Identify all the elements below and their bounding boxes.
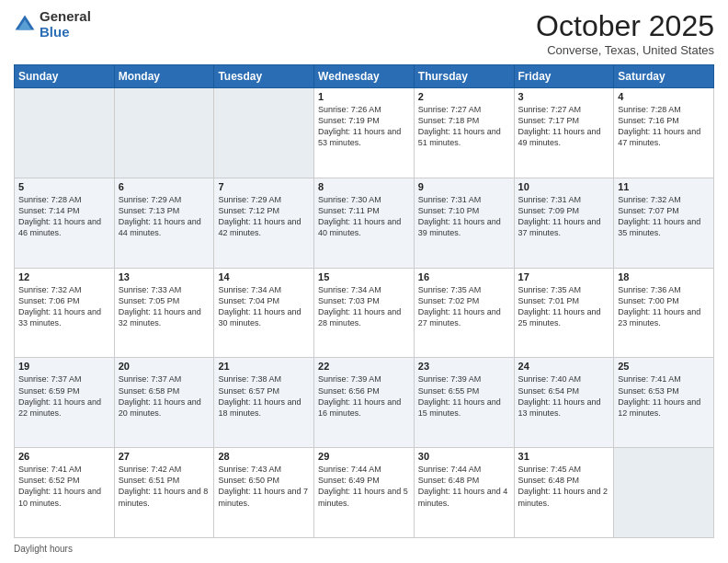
footer: Daylight hours <box>14 544 714 554</box>
calendar-cell: 2Sunrise: 7:27 AM Sunset: 7:18 PM Daylig… <box>414 88 514 178</box>
day-number: 15 <box>318 271 410 282</box>
day-info: Sunrise: 7:44 AM Sunset: 6:48 PM Dayligh… <box>418 464 510 509</box>
calendar-cell: 30Sunrise: 7:44 AM Sunset: 6:48 PM Dayli… <box>414 448 514 538</box>
calendar-cell: 14Sunrise: 7:34 AM Sunset: 7:04 PM Dayli… <box>214 268 314 358</box>
calendar-header: SundayMondayTuesdayWednesdayThursdayFrid… <box>15 65 714 88</box>
calendar-cell: 17Sunrise: 7:35 AM Sunset: 7:01 PM Dayli… <box>514 268 614 358</box>
day-number: 29 <box>318 451 410 462</box>
day-number: 4 <box>618 91 710 102</box>
day-number: 23 <box>418 361 510 372</box>
day-info: Sunrise: 7:44 AM Sunset: 6:49 PM Dayligh… <box>318 464 410 509</box>
day-info: Sunrise: 7:32 AM Sunset: 7:06 PM Dayligh… <box>18 284 110 329</box>
day-number: 14 <box>218 271 310 282</box>
calendar-cell: 23Sunrise: 7:39 AM Sunset: 6:55 PM Dayli… <box>414 358 514 448</box>
calendar-cell: 3Sunrise: 7:27 AM Sunset: 7:17 PM Daylig… <box>514 88 614 178</box>
col-header-wednesday: Wednesday <box>314 65 415 88</box>
calendar-cell <box>614 448 714 538</box>
calendar-cell: 25Sunrise: 7:41 AM Sunset: 6:53 PM Dayli… <box>614 358 714 448</box>
day-info: Sunrise: 7:41 AM Sunset: 6:52 PM Dayligh… <box>18 464 110 509</box>
week-row-5: 26Sunrise: 7:41 AM Sunset: 6:52 PM Dayli… <box>15 448 714 538</box>
day-info: Sunrise: 7:42 AM Sunset: 6:51 PM Dayligh… <box>119 464 210 509</box>
day-number: 30 <box>418 451 510 462</box>
day-info: Sunrise: 7:35 AM Sunset: 7:02 PM Dayligh… <box>418 284 510 329</box>
day-info: Sunrise: 7:26 AM Sunset: 7:19 PM Dayligh… <box>318 104 410 149</box>
week-row-3: 12Sunrise: 7:32 AM Sunset: 7:06 PM Dayli… <box>15 268 714 358</box>
day-number: 21 <box>218 361 310 372</box>
day-info: Sunrise: 7:39 AM Sunset: 6:55 PM Dayligh… <box>418 373 510 419</box>
day-info: Sunrise: 7:34 AM Sunset: 7:04 PM Dayligh… <box>218 284 310 329</box>
day-info: Sunrise: 7:43 AM Sunset: 6:50 PM Dayligh… <box>218 464 310 509</box>
day-number: 16 <box>418 271 510 282</box>
day-number: 18 <box>618 271 710 282</box>
day-info: Sunrise: 7:39 AM Sunset: 6:56 PM Dayligh… <box>318 373 410 419</box>
day-info: Sunrise: 7:34 AM Sunset: 7:03 PM Dayligh… <box>318 284 410 329</box>
day-number: 17 <box>518 271 610 282</box>
day-number: 26 <box>18 451 110 462</box>
calendar-cell: 1Sunrise: 7:26 AM Sunset: 7:19 PM Daylig… <box>314 88 415 178</box>
week-row-1: 1Sunrise: 7:26 AM Sunset: 7:19 PM Daylig… <box>15 88 714 178</box>
day-number: 11 <box>618 181 710 192</box>
calendar-cell: 22Sunrise: 7:39 AM Sunset: 6:56 PM Dayli… <box>314 358 415 448</box>
calendar-cell: 7Sunrise: 7:29 AM Sunset: 7:12 PM Daylig… <box>214 178 314 268</box>
calendar-cell: 12Sunrise: 7:32 AM Sunset: 7:06 PM Dayli… <box>15 268 115 358</box>
calendar-cell: 26Sunrise: 7:41 AM Sunset: 6:52 PM Dayli… <box>15 448 115 538</box>
week-row-4: 19Sunrise: 7:37 AM Sunset: 6:59 PM Dayli… <box>15 358 714 448</box>
day-number: 5 <box>18 181 110 192</box>
day-number: 8 <box>318 181 410 192</box>
calendar-cell: 18Sunrise: 7:36 AM Sunset: 7:00 PM Dayli… <box>614 268 714 358</box>
calendar-cell: 19Sunrise: 7:37 AM Sunset: 6:59 PM Dayli… <box>15 358 115 448</box>
calendar-cell: 5Sunrise: 7:28 AM Sunset: 7:14 PM Daylig… <box>15 178 115 268</box>
day-number: 13 <box>119 271 210 282</box>
location: Converse, Texas, United States <box>536 43 714 57</box>
calendar-table: SundayMondayTuesdayWednesdayThursdayFrid… <box>14 64 714 538</box>
day-info: Sunrise: 7:28 AM Sunset: 7:16 PM Dayligh… <box>618 104 710 149</box>
calendar-cell: 6Sunrise: 7:29 AM Sunset: 7:13 PM Daylig… <box>114 178 214 268</box>
month-title: October 2025 <box>536 9 714 43</box>
calendar-cell <box>214 88 314 178</box>
calendar-cell: 28Sunrise: 7:43 AM Sunset: 6:50 PM Dayli… <box>214 448 314 538</box>
day-number: 6 <box>119 181 210 192</box>
day-number: 20 <box>119 361 210 372</box>
day-info: Sunrise: 7:36 AM Sunset: 7:00 PM Dayligh… <box>618 284 710 329</box>
daylight-label: Daylight hours <box>14 544 73 554</box>
day-info: Sunrise: 7:37 AM Sunset: 6:58 PM Dayligh… <box>119 373 210 419</box>
day-info: Sunrise: 7:29 AM Sunset: 7:12 PM Dayligh… <box>218 194 310 239</box>
logo-text: General Blue <box>40 9 91 40</box>
col-header-thursday: Thursday <box>414 65 514 88</box>
day-number: 24 <box>518 361 610 372</box>
day-info: Sunrise: 7:45 AM Sunset: 6:48 PM Dayligh… <box>518 464 610 509</box>
calendar-cell: 13Sunrise: 7:33 AM Sunset: 7:05 PM Dayli… <box>114 268 214 358</box>
calendar-cell: 16Sunrise: 7:35 AM Sunset: 7:02 PM Dayli… <box>414 268 514 358</box>
calendar-cell: 21Sunrise: 7:38 AM Sunset: 6:57 PM Dayli… <box>214 358 314 448</box>
logo: General Blue <box>14 9 91 40</box>
day-number: 27 <box>119 451 210 462</box>
col-header-sunday: Sunday <box>15 65 115 88</box>
calendar-cell: 8Sunrise: 7:30 AM Sunset: 7:11 PM Daylig… <box>314 178 415 268</box>
logo-general: General <box>40 9 91 25</box>
day-info: Sunrise: 7:33 AM Sunset: 7:05 PM Dayligh… <box>119 284 210 329</box>
title-block: October 2025 Converse, Texas, United Sta… <box>536 9 714 57</box>
calendar-cell <box>15 88 115 178</box>
day-info: Sunrise: 7:35 AM Sunset: 7:01 PM Dayligh… <box>518 284 610 329</box>
calendar-cell: 4Sunrise: 7:28 AM Sunset: 7:16 PM Daylig… <box>614 88 714 178</box>
day-number: 1 <box>318 91 410 102</box>
day-number: 12 <box>18 271 110 282</box>
day-number: 9 <box>418 181 510 192</box>
day-info: Sunrise: 7:31 AM Sunset: 7:09 PM Dayligh… <box>518 194 610 239</box>
calendar-cell: 9Sunrise: 7:31 AM Sunset: 7:10 PM Daylig… <box>414 178 514 268</box>
calendar-cell: 27Sunrise: 7:42 AM Sunset: 6:51 PM Dayli… <box>114 448 214 538</box>
col-header-saturday: Saturday <box>614 65 714 88</box>
day-info: Sunrise: 7:27 AM Sunset: 7:17 PM Dayligh… <box>518 104 610 149</box>
day-info: Sunrise: 7:27 AM Sunset: 7:18 PM Dayligh… <box>418 104 510 149</box>
day-info: Sunrise: 7:32 AM Sunset: 7:07 PM Dayligh… <box>618 194 710 239</box>
header: General Blue October 2025 Converse, Texa… <box>14 9 714 57</box>
logo-icon <box>14 14 36 36</box>
day-info: Sunrise: 7:28 AM Sunset: 7:14 PM Dayligh… <box>18 194 110 239</box>
page: General Blue October 2025 Converse, Texa… <box>0 0 728 563</box>
week-row-2: 5Sunrise: 7:28 AM Sunset: 7:14 PM Daylig… <box>15 178 714 268</box>
day-info: Sunrise: 7:40 AM Sunset: 6:54 PM Dayligh… <box>518 373 610 419</box>
day-number: 7 <box>218 181 310 192</box>
calendar-cell: 11Sunrise: 7:32 AM Sunset: 7:07 PM Dayli… <box>614 178 714 268</box>
day-info: Sunrise: 7:30 AM Sunset: 7:11 PM Dayligh… <box>318 194 410 239</box>
day-number: 19 <box>18 361 110 372</box>
